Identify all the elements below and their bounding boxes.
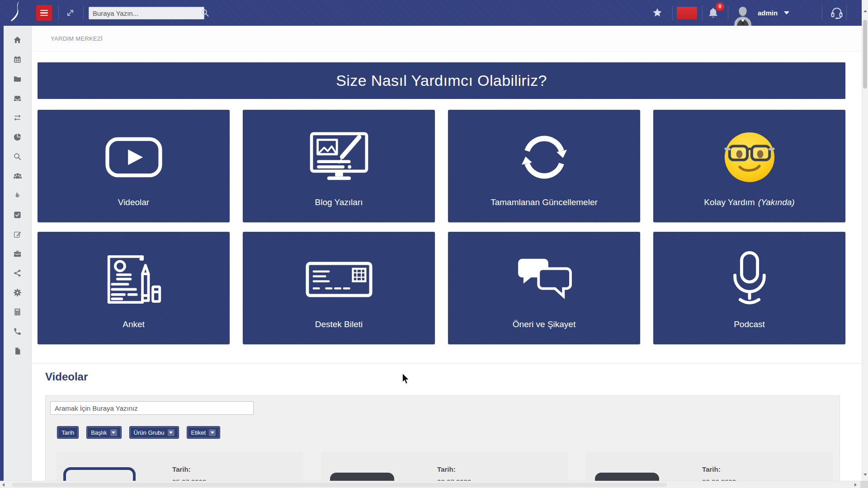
filter-baslik-button[interactable]: Başlık xyxy=(86,426,121,439)
filter-tarih-button[interactable]: Tarih xyxy=(57,426,79,439)
videos-search-input[interactable] xyxy=(50,401,254,415)
tile-videolar[interactable]: Videolar xyxy=(38,110,230,222)
sidebar-item-calendar[interactable] xyxy=(4,50,31,69)
tile-podcast[interactable]: Podcast xyxy=(653,232,845,344)
filter-etiket-button[interactable]: Etiket xyxy=(187,426,221,439)
tile-label: Blog Yazıları xyxy=(315,197,363,207)
language-flag-button[interactable] xyxy=(677,7,697,19)
scroll-down-arrow[interactable] xyxy=(863,474,867,476)
sidebar-item-finance[interactable] xyxy=(4,186,31,205)
search-submit-button[interactable] xyxy=(201,9,209,19)
sidebar-item-share[interactable] xyxy=(4,263,31,283)
search-icon xyxy=(13,152,22,161)
videos-panel: Tarih Başlık Ürün Grubu Etiket xyxy=(45,395,840,481)
filter-label: Ürün Grubu xyxy=(134,429,165,436)
sidebar-item-home[interactable] xyxy=(4,30,31,50)
tile-label: Kolay Yardım xyxy=(704,197,755,207)
sidebar-item-folder[interactable] xyxy=(4,69,31,89)
logo-swoosh-icon xyxy=(7,0,25,26)
breadcrumb: YARDIM MERKEZİ xyxy=(32,26,862,52)
tile-tamamlanan-guncellemeler[interactable]: Tamamlanan Güncellemeler xyxy=(448,110,640,222)
scroll-up-arrow[interactable] xyxy=(863,10,867,12)
vertical-scrollbar-thumb[interactable] xyxy=(863,20,867,89)
tile-label: Destek Bileti xyxy=(315,319,363,329)
sidebar-item-settings[interactable] xyxy=(4,283,31,302)
tile-destek-bileti[interactable]: Destek Bileti xyxy=(243,232,435,344)
vertical-scrollbar[interactable] xyxy=(862,0,868,481)
video-thumbnail xyxy=(63,467,136,481)
tile-label: Anket xyxy=(123,319,145,329)
sidebar-item-documents[interactable] xyxy=(4,341,31,361)
check-square-icon xyxy=(13,211,22,219)
video-card[interactable]: Tarih: 05.07.2023 xyxy=(56,452,303,481)
users-icon xyxy=(13,172,22,181)
share-icon xyxy=(13,269,22,277)
left-sidebar xyxy=(4,26,32,481)
app-logo xyxy=(7,0,25,28)
video-card[interactable]: Tarih: 03.07.2023 xyxy=(321,452,568,481)
expand-icon xyxy=(66,9,75,17)
chevron-down-icon xyxy=(784,11,789,14)
calculator-icon xyxy=(13,308,22,316)
divider xyxy=(846,5,847,20)
hamburger-icon xyxy=(40,10,48,11)
blog-post-icon xyxy=(243,121,435,193)
date-label: Tarih: xyxy=(172,465,206,473)
horizontal-scrollbar-thumb[interactable] xyxy=(12,483,667,487)
help-tiles-grid: Videolar Blog Yazıla xyxy=(38,110,845,344)
tile-label: Öneri ve Şikayet xyxy=(513,319,576,329)
sidebar-item-tasks[interactable] xyxy=(4,205,31,225)
refresh-icon xyxy=(448,121,640,193)
sidebar-item-search[interactable] xyxy=(4,147,31,166)
fullscreen-button[interactable] xyxy=(66,9,75,19)
date-label: Tarih: xyxy=(702,465,736,473)
inbox-icon xyxy=(13,94,22,103)
star-icon xyxy=(652,8,662,18)
favorites-button[interactable] xyxy=(652,8,662,19)
horizontal-scrollbar[interactable] xyxy=(0,481,860,488)
support-button[interactable] xyxy=(830,6,844,21)
video-thumbnail xyxy=(595,473,659,481)
filter-urun-grubu-button[interactable]: Ürün Grubu xyxy=(129,426,179,439)
notification-count-badge: 0 xyxy=(716,2,724,11)
avatar-icon xyxy=(732,5,753,26)
microphone-icon xyxy=(653,243,845,315)
user-avatar[interactable] xyxy=(732,5,753,26)
top-navbar: 0 admin xyxy=(0,0,868,26)
help-center-page: 0 admin xyxy=(0,0,868,488)
video-card[interactable]: Tarih: 23.06.2023 xyxy=(586,452,833,481)
divider xyxy=(822,5,822,20)
sidebar-item-calculator[interactable] xyxy=(4,302,31,322)
folder-icon xyxy=(13,75,22,83)
tile-anket[interactable]: Anket xyxy=(38,232,230,344)
user-dropdown[interactable]: admin xyxy=(758,0,789,26)
tile-oneri-ve-sikayet[interactable]: Öneri ve Şikayet xyxy=(448,232,640,344)
scrollbar-corner xyxy=(860,481,868,488)
date-label: Tarih: xyxy=(437,465,471,473)
sidebar-item-business[interactable] xyxy=(4,244,31,263)
video-cards-row: Tarih: 05.07.2023 Tarih: 03.07.2023 xyxy=(50,452,834,481)
sidebar-item-inbox[interactable] xyxy=(4,89,31,108)
scroll-right-arrow[interactable] xyxy=(854,483,857,487)
sidebar-toggle-button[interactable] xyxy=(36,5,52,21)
ticket-icon xyxy=(243,243,435,315)
sidebar-item-edit[interactable] xyxy=(4,225,31,244)
tile-label-suffix: (Yakında) xyxy=(758,197,795,207)
sidebar-item-reports[interactable] xyxy=(4,127,31,147)
pie-chart-icon xyxy=(13,133,22,141)
tile-label: Videolar xyxy=(118,197,149,207)
sidebar-item-phone[interactable] xyxy=(4,322,31,341)
sidebar-item-transfer[interactable] xyxy=(4,108,31,127)
videos-filters: Tarih Başlık Ürün Grubu Etiket xyxy=(50,426,834,439)
filter-label: Etiket xyxy=(191,429,206,436)
sidebar-accent-strip xyxy=(0,26,4,481)
chat-bubbles-icon xyxy=(448,243,640,315)
username-label: admin xyxy=(758,9,778,17)
tile-kolay-yardim[interactable]: Kolay Yardım(Yakında) xyxy=(653,110,845,222)
main-content: YARDIM MERKEZİ Size Nasıl Yardımcı Olabi… xyxy=(32,26,862,481)
tile-blog-yazilari[interactable]: Blog Yazıları xyxy=(243,110,435,222)
sidebar-item-users[interactable] xyxy=(4,166,31,186)
scroll-left-arrow[interactable] xyxy=(2,483,5,487)
global-search-input[interactable] xyxy=(89,7,204,19)
filter-label: Tarih xyxy=(61,429,74,436)
